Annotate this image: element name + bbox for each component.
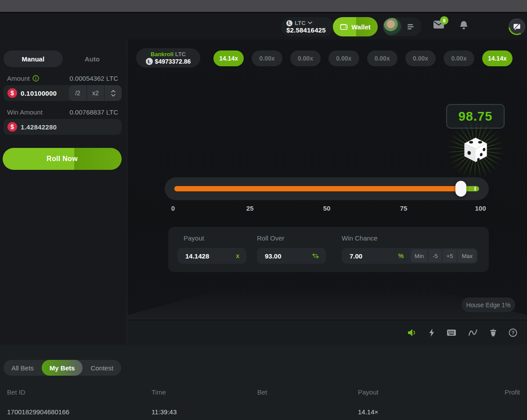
max-button[interactable]: Max [458,249,476,262]
payout-value: 14.1428 [177,252,236,260]
messages-button[interactable]: 8 [433,20,444,29]
payout-label: Payout [184,234,204,242]
stepper-down-icon [111,94,116,97]
slider-track[interactable] [174,186,479,191]
mode-tabs: Manual Auto [4,50,122,67]
sound-button[interactable] [407,329,417,337]
multiplier-pill[interactable]: 0.00x [367,50,397,66]
chevron-down-icon [308,22,312,25]
dice-game-app: Ł LTC $2.58416425 Wallet 8 [0,0,527,420]
tab-auto[interactable]: Auto [63,50,122,67]
win-amount-row: $ 1.42842280 [4,119,122,135]
time-cell: 11:39:43 [152,408,177,416]
amount-label: Amount [7,75,39,82]
tab-my-bets[interactable]: My Bets [42,360,83,376]
wallet-button[interactable]: Wallet [333,17,378,36]
mail-badge: 8 [440,16,448,25]
amount-input[interactable] [21,90,69,97]
multiplier-pill[interactable]: 0.00x [405,50,436,66]
tab-all-bets[interactable]: All Bets [4,360,42,376]
half-amount-button[interactable]: /2 [69,85,87,101]
win-amount-label: Win Amount [7,108,43,116]
multiplier-pill[interactable]: 14.14x [482,50,513,66]
bets-section: All Bets My Bets Contest Bet ID Time Bet… [0,345,527,420]
currency-selector[interactable]: Ł LTC $2.58416425 [281,17,334,36]
amount-rate: 0.00054362 LTC [69,75,118,82]
header-bet-id: Bet ID [7,388,25,396]
amount-modifiers: /2 x2 [69,85,122,101]
stepper-up-icon [111,90,116,93]
payout-cell: 14.14× [358,408,378,416]
hotkeys-button[interactable] [447,329,456,336]
roll-over-value: 93.00 [257,252,312,260]
info-icon[interactable] [32,75,39,82]
house-edge-badge: House Edge 1% [462,298,515,312]
swap-icon[interactable] [312,253,326,258]
multiplier-pill[interactable]: 0.00x [444,50,474,66]
currency-code: LTC [295,20,306,26]
tick-label: 75 [400,205,408,212]
roll-now-button[interactable]: Roll Now [3,148,122,170]
roll-over-label: Roll Over [257,234,285,242]
wallet-balance: $2.58416425 [286,26,328,34]
minus5-button[interactable]: -5 [429,249,442,262]
win-chance-label: Win Chance [342,234,378,242]
bet-id-cell: 17001829904680166 [7,408,69,416]
payout-input[interactable]: 14.1428 x [177,248,246,264]
chat-toggle-button[interactable] [509,18,525,35]
bankroll-currency: LTC [175,51,186,57]
win-chance-suffix: % [398,252,411,259]
win-chance-value: 7.00 [342,252,398,260]
dollar-icon: $ [7,88,17,98]
window-title-strip [0,0,527,13]
tab-manual[interactable]: Manual [4,50,63,67]
help-icon: ? [509,328,517,337]
amount-stepper[interactable] [104,85,122,101]
bankroll-value: $4973372.86 [155,58,191,65]
bell-icon [459,20,469,31]
avatar [383,18,401,36]
slider-ticks: 0 25 50 75 100 [165,205,489,213]
menu-icon [407,24,415,30]
multiplier-pill[interactable]: 0.00x [290,50,321,66]
tick-label: 25 [246,205,254,212]
account-menu[interactable] [383,18,422,36]
header-bet: Bet [257,388,267,396]
turbo-button[interactable] [429,328,435,337]
bankroll-pill: Bankroll LTC Ł $4973372.86 [136,48,200,68]
seed-icon [490,328,497,337]
chat-disabled-icon [513,23,521,31]
plus5-button[interactable]: +5 [443,249,457,262]
roll-over-input[interactable]: 93.00 [257,248,326,264]
win-chance-quick-buttons: Min -5 +5 Max [411,249,476,262]
seed-button[interactable] [490,328,497,337]
slider-thumb[interactable] [455,181,466,197]
stats-button[interactable] [468,329,478,337]
help-button[interactable]: ? [509,328,517,337]
header-profit: Profit [505,388,520,396]
ltc-coin-icon: Ł [146,58,153,65]
speaker-icon [407,329,417,337]
min-button[interactable]: Min [411,249,428,262]
amount-input-row: $ /2 x2 [4,85,122,101]
notifications-button[interactable] [459,20,469,31]
roll-slider [165,177,489,200]
double-amount-button[interactable]: x2 [87,85,104,101]
bet-panel: Manual Auto Amount 0.00054362 LTC $ /2 x… [0,39,127,345]
ltc-coin-icon: Ł [286,20,292,26]
tab-contest[interactable]: Contest [83,360,121,376]
win-amount-rate: 0.00768837 LTC [69,108,118,116]
bets-tabs: All Bets My Bets Contest [4,360,121,376]
trend-wave-icon [468,329,478,337]
keyboard-icon [447,329,456,336]
multiplier-pill[interactable]: 0.00x [252,50,282,66]
tick-label: 0 [171,205,175,212]
bankroll-label: Bankroll [151,51,173,57]
dice-game-area: Bankroll LTC Ł $4973372.86 14.14x 0.00x … [127,39,527,345]
payout-suffix: x [236,252,246,259]
dice-icon [462,136,490,164]
multiplier-pill[interactable]: 0.00x [328,50,359,66]
win-chance-input[interactable]: 7.00 % Min -5 +5 Max [342,248,478,264]
bet-controls-panel: Payout 14.1428 x Roll Over 93.00 Win Cha… [168,227,489,272]
multiplier-pill[interactable]: 14.14x [213,50,244,66]
